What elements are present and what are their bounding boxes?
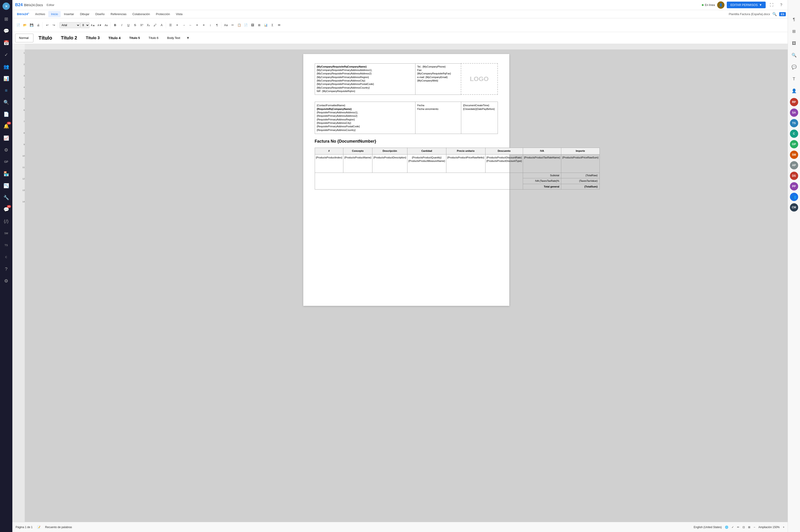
search-icon[interactable]: 🔍 xyxy=(772,12,777,16)
fullscreen-button[interactable]: ⛶ xyxy=(768,1,775,9)
right-icon-search[interactable]: 🔍 xyxy=(788,50,800,61)
avatar-c[interactable]: C xyxy=(790,130,798,138)
sidebar-icon-settings[interactable]: ⚙ xyxy=(0,275,12,287)
style-titulo6-btn[interactable]: Título 6 xyxy=(145,34,162,42)
color-btn[interactable]: A xyxy=(158,22,165,28)
bold-btn[interactable]: B xyxy=(112,22,118,28)
style-titulo5-btn[interactable]: Título 5 xyxy=(126,34,144,42)
avatar-sa[interactable]: SA xyxy=(790,109,798,117)
sidebar-icon-tools[interactable]: 🔧 xyxy=(0,192,12,203)
menu-referencias[interactable]: Referencias xyxy=(108,11,129,17)
style-normal-btn[interactable]: Normal xyxy=(15,34,34,42)
pilcrow-btn[interactable]: ¶ xyxy=(214,22,220,28)
style-titulo2-btn[interactable]: Título 2 xyxy=(57,34,81,42)
sidebar-icon-analytics[interactable]: 📉 xyxy=(0,180,12,191)
new-doc-btn[interactable]: 📄 xyxy=(15,22,21,28)
sidebar-icon-grid[interactable]: ⊞ xyxy=(0,13,12,25)
sidebar-icon-tasks[interactable]: ✓ xyxy=(0,49,12,60)
avatar-cm[interactable]: CM xyxy=(790,203,798,211)
table-btn[interactable]: ⊞ xyxy=(256,22,262,28)
sidebar-icon-msg2[interactable]: 💬40 xyxy=(0,204,12,215)
underline-btn[interactable]: U xyxy=(125,22,132,28)
menu-inicio[interactable]: Inicio xyxy=(48,11,61,17)
print-btn[interactable]: 🖨 xyxy=(35,22,41,28)
line-spacing-btn[interactable]: ↕ xyxy=(207,22,213,28)
undo-btn[interactable]: ↩ xyxy=(44,22,50,28)
lang-icon[interactable]: 🌐 xyxy=(725,526,728,529)
outdent-btn[interactable]: ← xyxy=(187,22,194,28)
list-bullet-btn[interactable]: ≡ xyxy=(174,22,180,28)
right-icon-comment[interactable]: 💬 xyxy=(788,61,800,73)
paste-btn[interactable]: 📄 xyxy=(243,22,249,28)
right-icon-text[interactable]: T xyxy=(788,73,800,85)
sidebar-icon-docs[interactable]: 📄 xyxy=(0,109,12,120)
highlight-btn[interactable]: 🖊 xyxy=(152,22,158,28)
formula-btn[interactable]: Σ xyxy=(269,22,275,28)
sidebar-icon-market[interactable]: 🏪 xyxy=(0,168,12,179)
subscript-btn[interactable]: X₂ xyxy=(145,22,152,28)
list-num-btn[interactable]: ☰ xyxy=(167,22,174,28)
avatar-pp[interactable]: PP xyxy=(790,182,798,190)
style-dropdown-arrow[interactable]: ▼ xyxy=(186,36,190,40)
clear-format-btn[interactable]: Aa xyxy=(223,22,229,28)
word-count-label[interactable]: Recuento de palabras xyxy=(45,526,72,529)
font-down-btn[interactable]: A▼ xyxy=(96,22,103,28)
menu-proteccion[interactable]: Protección xyxy=(153,11,173,17)
sidebar-icon-help[interactable]: ? xyxy=(0,263,12,275)
sidebar-icon-feed[interactable]: ≡ xyxy=(0,85,12,96)
right-icon-pilcrow[interactable]: ¶ xyxy=(788,14,800,25)
menu-insertar[interactable]: Insertar xyxy=(61,11,77,17)
sidebar-icon-crm[interactable]: 📊 xyxy=(0,73,12,84)
sidebar-icon-automation[interactable]: ⚙ xyxy=(0,144,12,156)
right-icon-person[interactable]: 👤 xyxy=(788,85,800,97)
save-btn[interactable]: 💾 xyxy=(28,22,35,28)
font-up-btn[interactable]: A▲ xyxy=(90,22,96,28)
superscript-btn[interactable]: X² xyxy=(138,22,145,28)
avatar-ds[interactable]: DS xyxy=(790,172,798,180)
more-btn[interactable]: ✉ xyxy=(276,22,282,28)
sidebar-icon-ts[interactable]: TS xyxy=(0,240,12,251)
redo-btn[interactable]: ↪ xyxy=(51,22,57,28)
indent-btn[interactable]: → xyxy=(180,22,187,28)
menu-archivo[interactable]: Archivo xyxy=(33,11,48,17)
avatar-rp[interactable]: RP xyxy=(790,98,798,106)
open-btn[interactable]: 📂 xyxy=(22,22,28,28)
cut-btn[interactable]: ✂ xyxy=(229,22,236,28)
sidebar-icon-chat[interactable]: 💬 xyxy=(0,25,12,37)
zoom-out-btn[interactable]: − xyxy=(754,526,755,529)
avatar-ts[interactable]: TS xyxy=(790,119,798,127)
font-reset-btn[interactable]: Aa xyxy=(103,22,109,28)
menu-bitrix24[interactable]: Bitrix24© xyxy=(14,11,32,17)
italic-btn[interactable]: I xyxy=(118,22,125,28)
style-bodytext-btn[interactable]: Body Text xyxy=(164,34,184,42)
sidebar-icon-reports[interactable]: 📈 xyxy=(0,132,12,144)
style-titulo3-btn[interactable]: Título 3 xyxy=(82,34,103,42)
zoom-in-btn[interactable]: + xyxy=(783,526,784,529)
menu-colaboracion[interactable]: Colaboración xyxy=(130,11,153,17)
strikethrough-btn[interactable]: S xyxy=(132,22,138,28)
edit-mode-icon[interactable]: ✏ xyxy=(737,526,739,529)
sidebar-icon-calendar[interactable]: 📅 xyxy=(0,37,12,49)
size-select[interactable]: 8 xyxy=(80,22,90,28)
avatar-gp[interactable]: GP xyxy=(790,140,798,148)
sidebar-icon-sm[interactable]: SM xyxy=(0,228,12,239)
edit-perms-button[interactable]: EDITAR PERMISOS ▼ xyxy=(727,2,766,8)
align-left-btn[interactable]: ≡ xyxy=(194,22,200,28)
doc-area[interactable]: {MyCompanyRequisiteRqCompanyName} {MyCom… xyxy=(25,50,788,522)
menu-dibujar[interactable]: Dibujar xyxy=(77,11,92,17)
user-avatar[interactable]: 👤 xyxy=(717,1,724,9)
sidebar-icon-c[interactable]: C xyxy=(0,251,12,263)
menu-vista[interactable]: Vista xyxy=(173,11,185,17)
image-btn[interactable]: 🖼 xyxy=(249,22,256,28)
font-select[interactable]: Arial xyxy=(59,22,80,28)
spell-icon[interactable]: ✓ xyxy=(731,526,734,529)
view-icon2[interactable]: ⊞ xyxy=(748,526,750,529)
right-icon-table[interactable]: ⊞ xyxy=(788,26,800,37)
sidebar-icon-contacts[interactable]: 👥 xyxy=(0,61,12,72)
close-button[interactable]: ✕ xyxy=(2,2,10,10)
sidebar-icon-code[interactable]: ⟨/⟩ xyxy=(0,216,12,227)
view-icon1[interactable]: ⊡ xyxy=(743,526,745,529)
style-titulo4-btn[interactable]: Título 4 xyxy=(104,34,124,42)
edit-label[interactable]: Editar xyxy=(47,3,55,7)
avatar-ap[interactable]: AP xyxy=(790,161,798,169)
